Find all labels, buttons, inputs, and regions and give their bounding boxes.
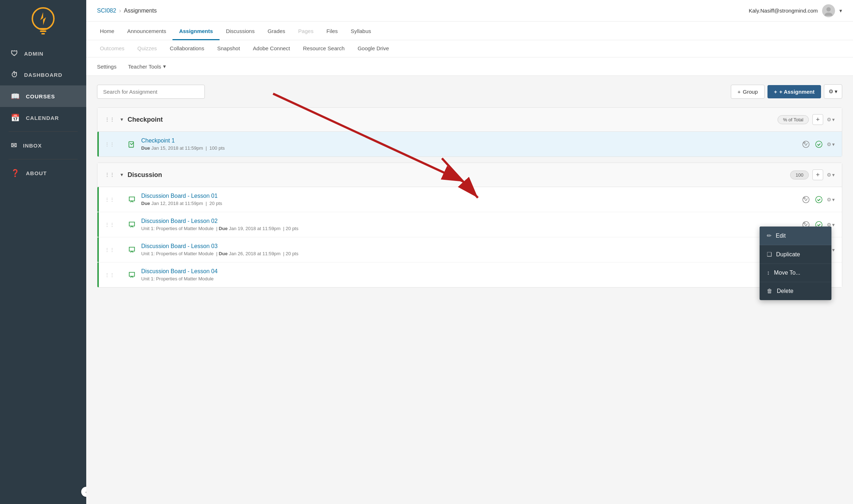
assignment-name-disc-01[interactable]: Discussion Board - Lesson 01: [141, 193, 797, 199]
assignment-name-disc-02[interactable]: Discussion Board - Lesson 02: [141, 218, 797, 224]
avatar: [822, 4, 835, 17]
teacher-tools-label: Teacher Tools: [128, 64, 161, 70]
sidebar-item-courses[interactable]: 📖 COURSES: [0, 85, 86, 107]
left-border-disc-03: [97, 237, 99, 262]
svg-point-17: [816, 196, 822, 203]
tab-assignments[interactable]: Assignments: [172, 22, 219, 40]
dropdown-move-to-item[interactable]: ↕ Move To...: [760, 264, 831, 282]
tab-home[interactable]: Home: [93, 22, 121, 40]
left-border-disc-04: [97, 262, 99, 287]
sidebar-item-about[interactable]: ❓ ABOUT: [0, 162, 86, 184]
drag-handle-disc-02[interactable]: ⋮⋮: [105, 222, 115, 228]
sidebar-item-dashboard[interactable]: ⏱ DASHBOARD: [0, 64, 86, 85]
mastery-icon-disc-01[interactable]: [801, 195, 811, 205]
group-checkpoint-name: Checkpoint: [128, 116, 163, 123]
assignment-type-icon-disc-01: [127, 195, 137, 205]
context-dropdown-menu: ✏ Edit ❑ Duplicate ↕ Move To... 🗑 Delete: [760, 227, 831, 300]
group-discussion-gear-dropdown: ▾: [832, 172, 835, 178]
drag-handle-disc-04[interactable]: ⋮⋮: [105, 272, 115, 278]
assignment-info-disc-04: Discussion Board - Lesson 04 Unit 1: Pro…: [141, 268, 830, 281]
breadcrumb-current: Assignments: [124, 8, 157, 14]
course-code-link[interactable]: SCI082: [97, 8, 116, 14]
assignment-meta-disc-01: Due Jan 12, 2018 at 11:59pm | 20 pts: [141, 201, 797, 206]
svg-point-12: [816, 141, 822, 148]
add-assignment-button[interactable]: + + Assignment: [767, 85, 821, 98]
group-discussion-right: 100 + ⚙ ▾: [790, 169, 835, 180]
add-group-button[interactable]: + Group: [731, 85, 765, 99]
svg-rect-3: [40, 31, 46, 32]
item-gear-icon-checkpoint-1: ⚙: [827, 141, 831, 147]
add-assignment-label: + Assignment: [779, 89, 815, 95]
tab-announcements[interactable]: Announcements: [121, 22, 172, 40]
inbox-icon: ✉: [11, 141, 17, 150]
tab-files[interactable]: Files: [320, 22, 344, 40]
assignment-name-disc-03[interactable]: Discussion Board - Lesson 03: [141, 243, 797, 249]
sidebar-logo: [29, 7, 57, 36]
svg-point-6: [825, 13, 833, 16]
group-checkpoint-gear-button[interactable]: ⚙ ▾: [827, 117, 835, 122]
dashboard-icon: ⏱: [11, 71, 18, 79]
tab-resource-search[interactable]: Resource Search: [296, 40, 351, 57]
delete-label: Delete: [777, 288, 793, 294]
drag-handle-disc-03[interactable]: ⋮⋮: [105, 247, 115, 253]
group-discussion-header[interactable]: ⋮⋮ ▼ Discussion 100 + ⚙ ▾: [97, 163, 842, 187]
tab-collaborations[interactable]: Collaborations: [163, 40, 211, 57]
tab-discussions[interactable]: Discussions: [220, 22, 261, 40]
drag-handle-discussion[interactable]: ⋮⋮: [105, 172, 115, 178]
main-content: SCI082 › Assignments Kaly.Nasiff@strongm…: [86, 0, 853, 504]
sidebar-item-calendar[interactable]: 📅 CALENDAR: [0, 107, 86, 129]
assignment-item-disc-03: ⋮⋮ Discussion Board - Lesson 03 Unit 1: …: [97, 237, 842, 262]
sidebar-item-admin[interactable]: 🛡 ADMIN: [0, 43, 86, 64]
group-discussion: ⋮⋮ ▼ Discussion 100 + ⚙ ▾ ⋮⋮: [97, 163, 842, 288]
group-discussion-gear-button[interactable]: ⚙ ▾: [827, 172, 835, 178]
tab-adobe-connect[interactable]: Adobe Connect: [246, 40, 296, 57]
tab-snapshot[interactable]: Snapshot: [211, 40, 246, 57]
dropdown-duplicate-item[interactable]: ❑ Duplicate: [760, 245, 831, 264]
sidebar-item-dashboard-label: DASHBOARD: [24, 72, 63, 78]
tab-google-drive[interactable]: Google Drive: [351, 40, 396, 57]
dropdown-edit-item[interactable]: ✏ Edit: [760, 227, 831, 245]
publish-icon-disc-01[interactable]: [814, 195, 824, 205]
global-gear-icon: ⚙: [829, 88, 833, 95]
global-settings-button[interactable]: ⚙ ▾: [824, 84, 842, 99]
breadcrumb-separator: ›: [119, 8, 121, 14]
due-date-checkpoint-1: Jan 15, 2018 at 11:59pm: [151, 145, 203, 151]
teacher-tools-button[interactable]: Teacher Tools ▾: [124, 61, 170, 72]
assignment-name-disc-04[interactable]: Discussion Board - Lesson 04: [141, 268, 830, 275]
group-checkpoint-add-button[interactable]: +: [812, 114, 823, 125]
settings-link[interactable]: Settings: [97, 64, 116, 70]
svg-point-8: [803, 141, 809, 148]
tab-navigation-row1: Home Announcements Assignments Discussio…: [86, 22, 853, 40]
collapse-checkpoint-icon: ▼: [120, 117, 124, 122]
group-checkpoint-gear-icon: ⚙: [827, 117, 831, 122]
assignment-info-disc-03: Discussion Board - Lesson 03 Unit 1: Pro…: [141, 243, 797, 256]
search-input[interactable]: [97, 85, 205, 99]
assignment-type-icon-disc-03: [127, 245, 137, 255]
tab-grades[interactable]: Grades: [261, 22, 292, 40]
edit-icon: ✏: [767, 232, 771, 239]
assignment-meta-disc-02: Unit 1: Properties of Matter Module | Du…: [141, 226, 797, 231]
tab-outcomes: Outcomes: [93, 40, 131, 57]
assignment-name-checkpoint-1[interactable]: Checkpoint 1: [141, 137, 797, 144]
svg-point-19: [804, 223, 805, 224]
svg-point-5: [826, 7, 831, 11]
user-email: Kaly.Nasiff@strongmind.com: [749, 8, 818, 14]
group-checkpoint-header[interactable]: ⋮⋮ ▼ Checkpoint % of Total + ⚙ ▾: [97, 108, 842, 132]
dropdown-delete-item[interactable]: 🗑 Delete: [760, 282, 831, 300]
tab-syllabus[interactable]: Syllabus: [344, 22, 378, 40]
publish-icon-checkpoint-1[interactable]: [814, 139, 824, 149]
group-discussion-add-button[interactable]: +: [812, 169, 823, 180]
pts-checkpoint-1: 100 pts: [209, 145, 225, 151]
item-gear-button-checkpoint-1[interactable]: ⚙ ▾: [827, 141, 835, 147]
sidebar-item-inbox[interactable]: ✉ INBOX: [0, 135, 86, 156]
content-area: + Group + + Assignment ⚙ ▾ ⋮⋮ ▼ Chec: [86, 76, 853, 504]
item-gear-button-disc-01[interactable]: ⚙ ▾: [827, 197, 835, 202]
drag-handle-checkpoint[interactable]: ⋮⋮: [105, 117, 115, 122]
user-dropdown-icon[interactable]: ▾: [839, 8, 842, 14]
mastery-icon-checkpoint-1[interactable]: [801, 139, 811, 149]
drag-handle-item-checkpoint-1[interactable]: ⋮⋮: [105, 141, 115, 147]
item-gear-dropdown-checkpoint-1: ▾: [832, 141, 835, 147]
assignment-type-icon-checkpoint-1: [127, 139, 137, 149]
drag-handle-disc-01[interactable]: ⋮⋮: [105, 197, 115, 202]
assignment-meta-disc-03: Unit 1: Properties of Matter Module | Du…: [141, 251, 797, 256]
